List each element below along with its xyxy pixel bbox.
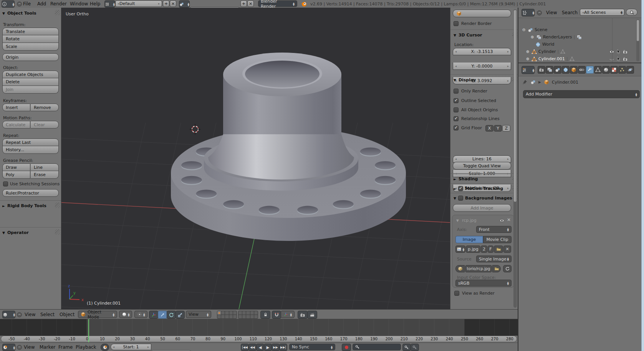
motion-tracking-checkbox[interactable]: [458, 186, 463, 191]
tab-particles[interactable]: [618, 66, 626, 74]
toggle-quad-view-button[interactable]: Toggle Quad View: [453, 162, 511, 170]
origin-button[interactable]: Origin: [2, 53, 59, 61]
translate-button[interactable]: Translate: [2, 28, 59, 35]
delete-layout-button[interactable]: ×: [170, 0, 176, 7]
bg-image-unlink-button[interactable]: ✕: [503, 246, 511, 253]
outline-selected-checkbox[interactable]: [454, 98, 459, 103]
bg-movieclip-tab[interactable]: Movie Clip: [483, 236, 512, 243]
scale-button[interactable]: Scale: [2, 43, 59, 51]
layer-1-active[interactable]: [217, 311, 221, 315]
renderability-camera-icon[interactable]: [622, 56, 628, 62]
tab-world[interactable]: [562, 66, 570, 74]
history-button[interactable]: History...: [2, 146, 59, 154]
auto-keyframe-record-button[interactable]: [342, 344, 351, 351]
grid-floor-checkbox[interactable]: [454, 125, 459, 130]
menu-view[interactable]: View: [25, 311, 35, 318]
bg-image-users-button[interactable]: 2: [481, 246, 487, 253]
layer-cell[interactable]: [242, 315, 246, 318]
duplicate-objects-button[interactable]: Duplicate Objects: [2, 71, 59, 78]
prev-keyframe-button[interactable]: ◀◀: [248, 344, 257, 351]
selectability-cursor-icon[interactable]: [616, 56, 621, 61]
tab-render-layers[interactable]: [546, 66, 553, 74]
layer-cell[interactable]: [217, 315, 221, 318]
tab-scene[interactable]: [554, 66, 561, 74]
outliner-scrollbar[interactable]: [636, 19, 639, 61]
manipulator-translate-button[interactable]: [158, 311, 167, 319]
mode-select[interactable]: Object Mode: [78, 311, 117, 318]
scene-icon-button[interactable]: [179, 0, 190, 8]
tab-constraints[interactable]: [578, 66, 586, 74]
sketching-sessions-checkbox[interactable]: [3, 181, 8, 186]
relationship-lines-row[interactable]: Relationship Lines: [454, 116, 500, 121]
bg-source-select[interactable]: Single Image: [476, 255, 512, 262]
bg-filepath-browse-button[interactable]: [492, 265, 501, 272]
opengl-render-button[interactable]: [298, 311, 308, 319]
jump-to-end-button[interactable]: ▶▶|: [279, 344, 287, 351]
sync-mode-select[interactable]: No Sync: [289, 344, 335, 350]
transform-orientation-select[interactable]: View: [186, 311, 211, 318]
render-border-row[interactable]: Render Border: [454, 21, 492, 26]
add-modifier-select[interactable]: Add Modifier: [523, 90, 640, 98]
outliner-row-scene[interactable]: ⊖ Scene: [518, 26, 636, 33]
renderability-camera-icon[interactable]: [622, 49, 628, 54]
editor-type-3dview-button[interactable]: [2, 311, 15, 318]
layer-cell[interactable]: [225, 311, 228, 315]
screen-layout-icon-button[interactable]: [104, 0, 115, 8]
bg-image-expand-icon[interactable]: ▼: [456, 219, 459, 222]
menu-file[interactable]: File: [23, 0, 31, 8]
background-images-panel-header[interactable]: ▼Background Images: [454, 196, 512, 201]
menu-view[interactable]: View: [24, 343, 35, 351]
layer-cell[interactable]: [250, 315, 254, 318]
menu-search[interactable]: Search: [562, 9, 578, 16]
sketching-sessions-row[interactable]: Use Sketching Sessions: [3, 181, 60, 186]
add-scene-button[interactable]: +: [240, 0, 247, 7]
clear-paths-button[interactable]: Clear: [31, 121, 59, 129]
bg-image-browse-button[interactable]: [455, 246, 465, 253]
view-as-render-row[interactable]: View as Render: [454, 291, 495, 296]
outliner-row-cylinder[interactable]: ⊕ Cylinder |: [518, 48, 636, 55]
outliner-row-world[interactable]: World: [518, 41, 636, 48]
add-image-button[interactable]: Add Image: [453, 204, 511, 212]
menu-window[interactable]: Window: [70, 0, 88, 8]
display-panel-header[interactable]: ▼Display: [454, 77, 476, 82]
tab-modifiers[interactable]: [586, 66, 594, 74]
menu-render[interactable]: Render: [50, 0, 67, 8]
bg-image-tab[interactable]: Image: [455, 236, 483, 243]
grease-draw-button[interactable]: Draw: [2, 163, 30, 171]
breadcrumb-object-name[interactable]: Cylinder.001: [552, 80, 578, 85]
insert-keyframe-button[interactable]: Insert: [2, 104, 30, 111]
bg-axis-select[interactable]: Front: [476, 226, 512, 233]
editor-type-properties-button[interactable]: [521, 66, 535, 74]
visibility-eye-closed-icon[interactable]: [609, 56, 614, 62]
outliner-row-cylinder-001[interactable]: ⊕ Cylinder.001 |: [518, 55, 636, 63]
layer-cell[interactable]: [221, 315, 225, 318]
layer-cell[interactable]: [233, 311, 237, 315]
layer-cell[interactable]: [242, 311, 246, 315]
bg-image-close-icon[interactable]: ✕: [507, 217, 511, 222]
layer-cell[interactable]: [254, 311, 258, 315]
opengl-render-anim-button[interactable]: [307, 311, 317, 319]
layer-cell[interactable]: [254, 315, 258, 318]
insert-keyframes-button[interactable]: [402, 344, 411, 351]
cursor3d-panel-header[interactable]: ▼3D Cursor: [454, 33, 482, 38]
next-keyframe-button[interactable]: ▶▶: [272, 344, 280, 351]
cursor-y-field[interactable]: Y: -0.0000: [453, 63, 511, 70]
collapse-menus-toggle[interactable]: −: [17, 2, 22, 7]
remove-keyframe-button[interactable]: Remove: [31, 104, 59, 111]
menu-frame[interactable]: Frame: [58, 343, 73, 351]
grease-line-button[interactable]: Line: [31, 163, 59, 171]
all-object-origins-row[interactable]: All Object Origins: [454, 107, 498, 112]
expand-icon[interactable]: ⊕: [525, 57, 530, 61]
pin-icon[interactable]: [522, 79, 528, 85]
menu-view[interactable]: View: [546, 9, 557, 16]
manipulator-scale-button[interactable]: [175, 311, 185, 319]
tab-object[interactable]: [570, 66, 578, 74]
bg-pack-button[interactable]: [455, 265, 465, 272]
layer-cell[interactable]: [246, 311, 250, 315]
bg-image-open-button[interactable]: [494, 246, 503, 253]
manipulator-toggle-button[interactable]: [149, 311, 158, 319]
n-panel-scrollbar-thumb[interactable]: [514, 10, 517, 202]
view-as-render-checkbox[interactable]: [454, 291, 459, 296]
grid-x-toggle[interactable]: X: [485, 125, 493, 132]
grid-floor-row[interactable]: Grid Floor: [454, 125, 482, 130]
